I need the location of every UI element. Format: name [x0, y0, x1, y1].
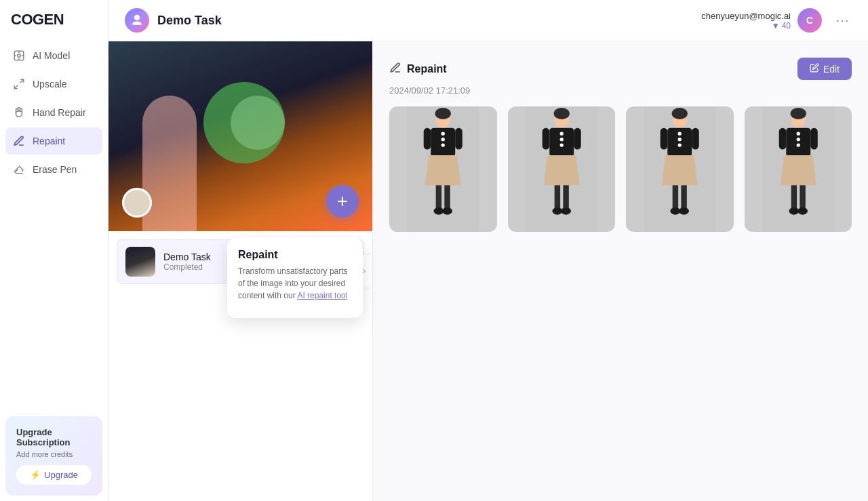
svg-point-23 [553, 108, 569, 119]
svg-rect-29 [563, 185, 568, 210]
svg-rect-33 [574, 128, 581, 150]
sidebar-item-erase-pen[interactable]: Erase Pen [5, 156, 102, 183]
svg-point-51 [796, 132, 800, 136]
sidebar-item-label: AI Model [33, 50, 70, 61]
upgrade-desc: Add more credits [16, 450, 92, 458]
svg-rect-55 [800, 185, 805, 210]
timestamp: 2024/09/02 17:21:09 [389, 85, 852, 96]
logo: COGEN [0, 0, 108, 42]
content-area: + Repaint Transform unsatisfactory parts… [108, 41, 868, 501]
add-button[interactable]: + [326, 185, 359, 218]
task-avatar-image [125, 8, 149, 33]
upgrade-title: Upgrade Subscription [16, 427, 92, 447]
user-name: chenyueyun@mogic.ai [701, 11, 791, 21]
image-card-inner-3 [626, 106, 734, 232]
repaint-icon [12, 134, 26, 148]
main-image-container: + [108, 41, 372, 231]
lightning-icon: ⚡ [30, 470, 41, 480]
task-title: Demo Task [157, 14, 222, 28]
svg-point-27 [559, 143, 563, 146]
more-icon: ⋯ [835, 12, 849, 28]
header-right: chenyueyun@mogic.ai ▼ 40 C ⋯ [701, 8, 852, 33]
ai-model-icon [12, 49, 26, 62]
svg-point-10 [435, 108, 451, 119]
sidebar-nav: AI Model Upscale Hand Repair [0, 42, 108, 411]
svg-point-52 [796, 138, 800, 141]
svg-rect-46 [692, 128, 699, 150]
sidebar-item-upscale[interactable]: Upscale [5, 71, 102, 98]
tooltip-desc: Transform unsatisfactory parts of the im… [238, 265, 352, 302]
sidebar-item-repaint[interactable]: Repaint [5, 127, 102, 155]
edit-button[interactable]: Edit [797, 58, 852, 80]
tooltip-popup: Repaint Transform unsatisfactory parts o… [227, 238, 363, 318]
svg-point-25 [559, 132, 563, 136]
svg-line-6 [20, 79, 24, 83]
user-info: chenyueyun@mogic.ai ▼ 40 [701, 11, 791, 31]
svg-rect-58 [778, 128, 786, 150]
logo-text: COGEN [11, 11, 64, 28]
sidebar-item-label: Upscale [33, 79, 67, 89]
svg-point-31 [561, 207, 571, 215]
svg-point-39 [678, 138, 682, 141]
image-card-1[interactable] [389, 106, 497, 232]
sidebar-item-label: Erase Pen [33, 164, 77, 175]
svg-point-30 [552, 207, 562, 215]
image-card-2[interactable] [508, 106, 616, 232]
svg-rect-15 [436, 185, 441, 210]
svg-point-18 [442, 207, 452, 215]
svg-point-26 [559, 138, 563, 141]
sidebar-item-label: Repaint [33, 136, 65, 146]
tooltip-title: Repaint [238, 249, 352, 261]
svg-rect-41 [673, 185, 678, 210]
repaint-section-icon [389, 62, 401, 77]
section-title: Repaint [407, 63, 447, 75]
svg-point-53 [796, 143, 800, 146]
svg-point-36 [672, 108, 688, 119]
svg-line-7 [14, 85, 18, 89]
svg-point-38 [678, 132, 682, 136]
more-button[interactable]: ⋯ [833, 9, 852, 31]
sidebar-item-ai-model[interactable]: AI Model [5, 42, 102, 69]
section-header: Repaint Edit [389, 58, 852, 80]
sidebar-item-label: Hand Repair [33, 107, 86, 118]
credits-icon: ▼ [772, 21, 780, 31]
svg-point-17 [434, 207, 444, 215]
svg-point-43 [671, 207, 681, 215]
svg-rect-42 [681, 185, 686, 210]
image-card-inner-2 [508, 106, 616, 232]
header: Demo Task chenyueyun@mogic.ai ▼ 40 C ⋯ [108, 0, 868, 41]
image-card-inner-1 [389, 106, 497, 232]
section-title-row: Repaint [389, 62, 447, 77]
svg-point-57 [797, 207, 808, 215]
svg-point-44 [679, 207, 689, 215]
svg-rect-54 [791, 185, 796, 210]
svg-rect-45 [660, 128, 668, 150]
image-card-4[interactable] [745, 106, 852, 232]
erase-pen-icon [12, 163, 26, 176]
hand-repair-icon [12, 106, 26, 119]
svg-point-1 [18, 54, 21, 58]
upgrade-button[interactable]: ⚡ Upgrade [16, 465, 92, 485]
svg-point-49 [790, 108, 806, 119]
upgrade-box: Upgrade Subscription Add more credits ⚡ … [5, 416, 102, 496]
image-card-inner-4 [745, 106, 852, 232]
svg-point-14 [441, 143, 445, 146]
left-panel: + Repaint Transform unsatisfactory parts… [108, 41, 373, 501]
image-avatar [122, 188, 152, 218]
svg-point-40 [678, 143, 682, 146]
sidebar-item-hand-repair[interactable]: Hand Repair [5, 99, 102, 126]
svg-rect-16 [444, 185, 450, 210]
image-card-3[interactable] [626, 106, 734, 232]
main-panel: Demo Task chenyueyun@mogic.ai ▼ 40 C ⋯ [108, 0, 868, 501]
svg-rect-59 [810, 128, 818, 150]
task-thumbnail [125, 247, 155, 277]
images-grid [389, 106, 852, 232]
svg-rect-20 [455, 128, 462, 150]
upscale-icon [12, 77, 26, 91]
svg-rect-32 [542, 128, 549, 150]
tooltip-link[interactable]: AI repaint tool [297, 291, 347, 300]
svg-point-56 [789, 207, 799, 215]
svg-point-13 [441, 138, 445, 141]
header-left: Demo Task [125, 8, 222, 33]
user-credits: ▼ 40 [701, 21, 791, 31]
